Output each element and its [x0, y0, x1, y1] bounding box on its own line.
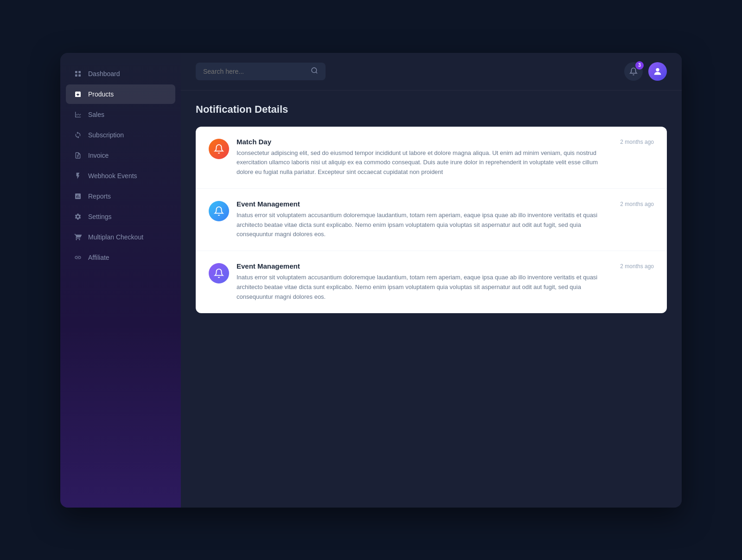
notification-item-3[interactable]: Event Management Inatus error sit volupt…	[196, 251, 667, 313]
search-box[interactable]	[196, 63, 326, 80]
subscription-nav-icon	[73, 130, 83, 140]
notif-body: Event Management Inatus error sit volupt…	[237, 200, 613, 239]
notification-card: Match Day Iconsectetur adipiscing elit, …	[196, 127, 667, 313]
notif-icon-wrap	[209, 263, 229, 283]
sidebar-item-label: Sales	[88, 111, 104, 118]
dashboard-nav-icon	[73, 69, 83, 78]
sidebar: Dashboard Products Sales Subscription In…	[60, 53, 181, 508]
sidebar-item-products[interactable]: Products	[66, 84, 175, 104]
main-content: 3 Notification Details	[181, 53, 682, 508]
reports-nav-icon	[73, 192, 83, 201]
notif-title: Event Management	[237, 262, 613, 270]
sidebar-item-label: Invoice	[88, 152, 109, 159]
notif-title: Event Management	[237, 200, 613, 208]
notif-text: Inatus error sit voluptatem accusantium …	[237, 273, 613, 302]
sidebar-item-subscription[interactable]: Subscription	[66, 125, 175, 145]
webhook-events-nav-icon	[73, 171, 83, 180]
page-title: Notification Details	[196, 103, 667, 116]
notification-bell-icon	[214, 206, 224, 216]
search-input[interactable]	[203, 68, 306, 75]
search-icon	[311, 67, 318, 76]
sidebar-item-label: Products	[88, 90, 114, 98]
sidebar-item-label: Subscription	[88, 131, 124, 139]
svg-rect-2	[75, 74, 77, 77]
notif-text: Iconsectetur adipiscing elit, sed do eiu…	[237, 148, 613, 177]
settings-nav-icon	[73, 212, 83, 221]
sidebar-item-label: Webhook Events	[88, 172, 137, 180]
notif-body: Event Management Inatus error sit volupt…	[237, 262, 613, 302]
notification-badge: 3	[635, 61, 644, 70]
header: 3	[181, 53, 682, 90]
sidebar-item-sales[interactable]: Sales	[66, 105, 175, 124]
app-wrapper: Dashboard Products Sales Subscription In…	[60, 53, 682, 508]
notif-icon-wrap	[209, 201, 229, 221]
sidebar-item-label: Multiplan Checkout	[88, 233, 143, 241]
notif-time: 2 months ago	[620, 201, 654, 207]
svg-rect-1	[78, 71, 81, 73]
notif-text: Inatus error sit voluptatem accusantium …	[237, 211, 613, 239]
header-actions: 3	[624, 62, 667, 81]
notif-body: Match Day Iconsectetur adipiscing elit, …	[237, 138, 613, 177]
sidebar-item-multiplan-checkout[interactable]: Multiplan Checkout	[66, 227, 175, 247]
page-content: Notification Details Match Day Iconsecte…	[181, 90, 682, 508]
notif-time: 2 months ago	[620, 263, 654, 270]
notification-item-2[interactable]: Event Management Inatus error sit volupt…	[196, 189, 667, 251]
sidebar-item-dashboard[interactable]: Dashboard	[66, 64, 175, 84]
notification-bell-icon	[214, 268, 224, 278]
invoice-nav-icon	[73, 151, 83, 160]
notif-icon-wrap	[209, 139, 229, 159]
notif-time: 2 months ago	[620, 139, 654, 145]
sidebar-item-label: Reports	[88, 193, 111, 200]
notif-title: Match Day	[237, 138, 613, 146]
affiliate-nav-icon	[73, 253, 83, 262]
notification-item-1[interactable]: Match Day Iconsectetur adipiscing elit, …	[196, 127, 667, 189]
multiplan-checkout-nav-icon	[73, 232, 83, 242]
sidebar-item-label: Settings	[88, 213, 112, 220]
notification-button[interactable]: 3	[624, 62, 643, 81]
svg-rect-3	[78, 74, 81, 77]
notification-bell-icon	[214, 144, 224, 154]
sidebar-item-reports[interactable]: Reports	[66, 187, 175, 206]
sidebar-item-label: Affiliate	[88, 254, 109, 261]
sales-nav-icon	[73, 110, 83, 119]
products-nav-icon	[73, 90, 83, 99]
svg-point-4	[312, 68, 317, 73]
avatar-image	[648, 62, 667, 81]
avatar[interactable]	[648, 62, 667, 81]
sidebar-item-affiliate[interactable]: Affiliate	[66, 248, 175, 267]
svg-rect-0	[75, 71, 77, 73]
svg-point-6	[656, 68, 659, 71]
sidebar-item-invoice[interactable]: Invoice	[66, 146, 175, 165]
svg-line-5	[316, 72, 317, 73]
sidebar-nav: Dashboard Products Sales Subscription In…	[60, 64, 181, 267]
sidebar-item-webhook-events[interactable]: Webhook Events	[66, 166, 175, 186]
sidebar-item-settings[interactable]: Settings	[66, 207, 175, 226]
sidebar-item-label: Dashboard	[88, 70, 120, 77]
